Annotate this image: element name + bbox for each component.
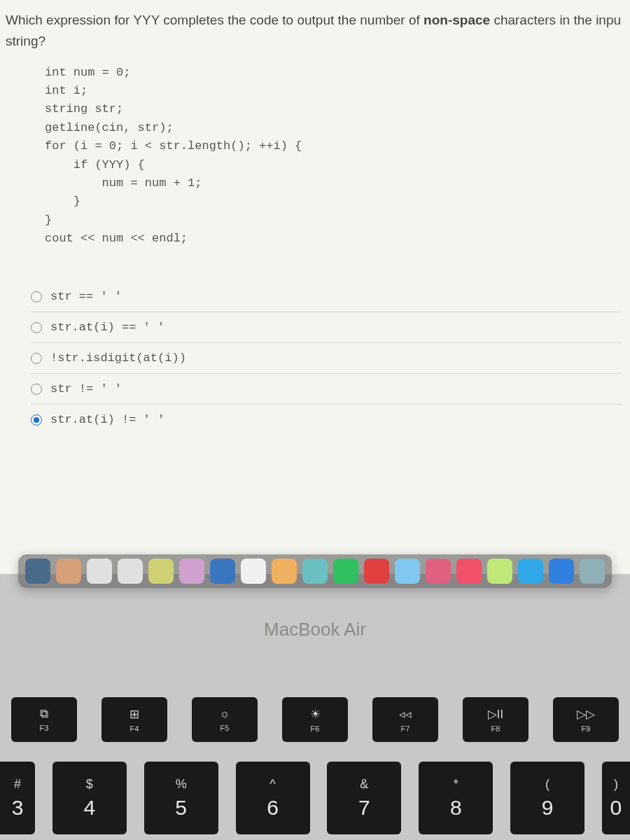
dock-app-icon[interactable] <box>210 559 235 584</box>
macbook-label: MacBook Air <box>0 619 630 640</box>
option-row-4[interactable]: str.at(i) != ' ' <box>31 405 622 435</box>
fn-key-f7[interactable]: ◃◃F7 <box>372 697 438 742</box>
dock-app-icon[interactable] <box>241 559 266 584</box>
key-symbol: ^ <box>270 777 275 792</box>
radio-button[interactable] <box>31 414 42 426</box>
number-key-7[interactable]: &7 <box>327 762 401 834</box>
key-number: 4 <box>84 796 96 820</box>
number-key-8[interactable]: *8 <box>419 762 493 834</box>
option-label: str.at(i) == ' ' <box>50 321 164 334</box>
radio-button[interactable] <box>31 322 42 333</box>
key-number: 8 <box>450 796 462 820</box>
dock-app-icon[interactable] <box>87 559 112 584</box>
dock-app-icon[interactable] <box>179 559 204 584</box>
key-number: 6 <box>267 796 279 820</box>
options-list: str == ' 'str.at(i) == ' '!str.isdigit(a… <box>31 281 622 435</box>
dock-app-icon[interactable] <box>148 559 174 584</box>
option-label: str != ' ' <box>50 382 122 396</box>
fn-key-icon: ☼ <box>219 707 230 721</box>
fn-key-f3[interactable]: ⧉F3 <box>11 697 77 742</box>
fn-key-label: F3 <box>40 724 49 732</box>
number-key-5[interactable]: %5 <box>144 762 218 834</box>
question-bold: non-space <box>424 13 490 27</box>
key-symbol: % <box>176 777 187 792</box>
dock-app-icon[interactable] <box>25 559 50 584</box>
fn-key-icon: ▷▷ <box>577 707 595 722</box>
question-line2: string? <box>6 34 46 48</box>
dock-app-icon[interactable] <box>333 559 358 584</box>
number-key-0[interactable]: )0 <box>602 762 630 834</box>
radio-button[interactable] <box>31 291 42 302</box>
fn-key-f4[interactable]: ⊞F4 <box>102 697 167 742</box>
fn-key-f6[interactable]: ☀F6 <box>282 697 348 742</box>
key-number: 0 <box>610 796 622 820</box>
dock-app-icon[interactable] <box>580 559 605 584</box>
fn-key-icon: ☀ <box>310 707 321 722</box>
fn-key-f9[interactable]: ▷▷F9 <box>553 697 619 742</box>
key-symbol: & <box>360 777 368 792</box>
key-number: 3 <box>12 796 24 820</box>
key-symbol: # <box>14 777 21 792</box>
fn-key-icon: ⊞ <box>130 707 139 722</box>
dock-app-icon[interactable] <box>118 559 143 584</box>
fn-key-label: F5 <box>220 724 230 732</box>
fn-key-label: F6 <box>311 724 320 733</box>
dock-app-icon[interactable] <box>395 559 420 584</box>
option-row-1[interactable]: str.at(i) == ' ' <box>31 312 622 343</box>
dock-app-icon[interactable] <box>56 559 81 584</box>
dock-app-icon[interactable] <box>518 559 543 584</box>
macos-dock[interactable] <box>18 554 612 588</box>
fn-key-icon: ⧉ <box>40 707 48 721</box>
key-symbol: * <box>454 777 458 792</box>
option-row-0[interactable]: str == ' ' <box>31 281 622 312</box>
number-key-4[interactable]: $4 <box>52 762 127 834</box>
dock-app-icon[interactable] <box>487 559 512 584</box>
fn-key-f8[interactable]: ▷IIF8 <box>463 697 528 742</box>
key-symbol: ( <box>545 777 550 792</box>
fn-key-label: F8 <box>491 724 500 733</box>
fn-key-f5[interactable]: ☼F5 <box>192 697 258 742</box>
dock-app-icon[interactable] <box>426 559 451 584</box>
question-text: Which expression for YYY completes the c… <box>6 10 622 52</box>
fn-key-label: F4 <box>130 724 139 733</box>
dock-wrap <box>0 554 630 588</box>
option-label: !str.isdigit(at(i)) <box>50 351 186 365</box>
option-label: str == ' ' <box>50 290 122 303</box>
quiz-screen: Which expression for YYY completes the c… <box>0 0 630 574</box>
dock-app-icon[interactable] <box>549 559 574 584</box>
dock-app-icon[interactable] <box>456 559 482 584</box>
option-row-2[interactable]: !str.isdigit(at(i)) <box>31 343 622 374</box>
radio-button[interactable] <box>31 384 42 395</box>
keyboard-number-row: #3$4%5^6&7*8(9)0 <box>0 762 630 834</box>
question-part1: Which expression for YYY completes the c… <box>6 13 424 27</box>
key-number: 9 <box>542 796 554 820</box>
key-number: 5 <box>175 796 187 820</box>
key-symbol: ) <box>614 777 618 792</box>
fn-key-icon: ▷II <box>488 707 503 722</box>
number-key-6[interactable]: ^6 <box>236 762 310 834</box>
radio-button[interactable] <box>31 353 42 364</box>
question-part2: characters in the inpu <box>490 13 621 27</box>
key-number: 7 <box>358 796 370 820</box>
dock-app-icon[interactable] <box>302 559 328 584</box>
dock-app-icon[interactable] <box>364 559 389 584</box>
fn-key-label: F9 <box>582 724 591 733</box>
number-key-9[interactable]: (9 <box>510 762 584 834</box>
option-row-3[interactable]: str != ' ' <box>31 374 622 405</box>
dock-app-icon[interactable] <box>272 559 297 584</box>
keyboard-fn-row: ⧉F3⊞F4☼F5☀F6◃◃F7▷IIF8▷▷F9 <box>0 697 630 742</box>
option-label: str.at(i) != ' ' <box>50 413 164 426</box>
code-block: int num = 0; int i; string str; getline(… <box>45 64 622 248</box>
fn-key-label: F7 <box>401 724 410 733</box>
number-key-3[interactable]: #3 <box>0 762 35 834</box>
key-symbol: $ <box>86 777 93 792</box>
fn-key-icon: ◃◃ <box>399 707 412 722</box>
